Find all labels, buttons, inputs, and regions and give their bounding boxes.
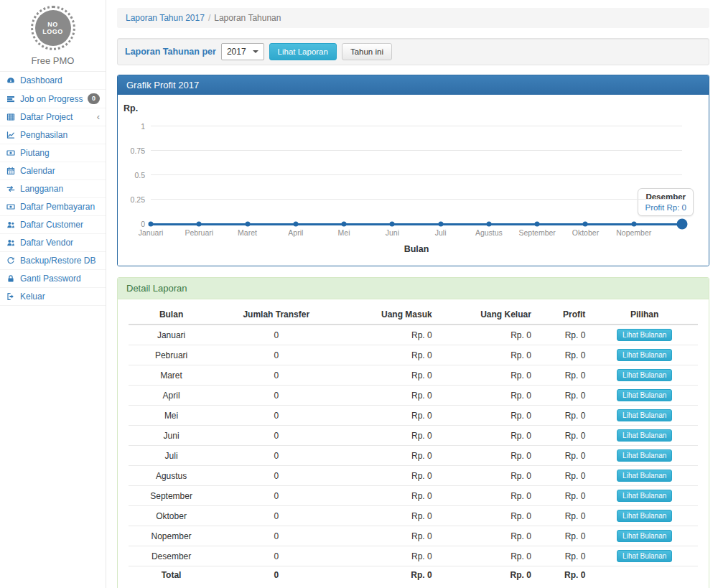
action-cell: Lihat Bulanan bbox=[591, 345, 698, 365]
sidebar-item-keluar[interactable]: Keluar bbox=[0, 288, 106, 306]
table-row-januari: Januari0Rp. 0Rp. 0Rp. 0Lihat Bulanan bbox=[129, 325, 698, 345]
profit-chart: Rp. Desember Profit Rp: 0 00.250.50.751 … bbox=[118, 95, 709, 266]
action-cell: Lihat Bulanan bbox=[591, 506, 698, 526]
sidebar-item-label: Ganti Password bbox=[20, 274, 100, 284]
lihat-bulanan-button-maret[interactable]: Lihat Bulanan bbox=[617, 369, 672, 381]
data-point-pebruari[interactable] bbox=[197, 222, 202, 227]
lihat-bulanan-button-pebruari[interactable]: Lihat Bulanan bbox=[617, 349, 672, 361]
action-cell: Lihat Bulanan bbox=[591, 526, 698, 546]
gridline bbox=[151, 199, 682, 200]
data-point-oktober[interactable] bbox=[583, 222, 588, 227]
uang-keluar-cell: Rp. 0 bbox=[438, 345, 537, 365]
table-row-desember: Desember0Rp. 0Rp. 0Rp. 0Lihat Bulanan bbox=[129, 546, 698, 566]
total-bulan-cell: Total bbox=[129, 566, 214, 584]
data-point-juni[interactable] bbox=[390, 222, 395, 227]
uang-masuk-cell: Rp. 0 bbox=[338, 466, 437, 486]
sidebar-item-daftar-pembayaran[interactable]: Daftar Pembayaran bbox=[0, 198, 106, 216]
data-point-nopember[interactable] bbox=[631, 222, 636, 227]
data-point-april[interactable] bbox=[293, 222, 298, 227]
sidebar-item-label: Daftar Pembayaran bbox=[20, 202, 100, 212]
table-row-nopember: Nopember0Rp. 0Rp. 0Rp. 0Lihat Bulanan bbox=[129, 526, 698, 546]
bulan-cell: Januari bbox=[129, 325, 214, 345]
profit-cell: Rp. 0 bbox=[537, 446, 591, 466]
table-row-agustus: Agustus0Rp. 0Rp. 0Rp. 0Lihat Bulanan bbox=[129, 466, 698, 486]
x-tick-label: Pebruari bbox=[185, 228, 213, 237]
lihat-bulanan-button-desember[interactable]: Lihat Bulanan bbox=[617, 550, 672, 562]
sidebar: NO LOGO Free PMO DashboardJob on Progres… bbox=[0, 0, 106, 588]
sidebar-item-ganti-password[interactable]: Ganti Password bbox=[0, 270, 106, 288]
table-row-maret: Maret0Rp. 0Rp. 0Rp. 0Lihat Bulanan bbox=[129, 365, 698, 386]
bulan-cell: Maret bbox=[129, 365, 214, 386]
lihat-bulanan-button-januari[interactable]: Lihat Bulanan bbox=[617, 329, 672, 341]
total-uang-keluar-cell: Rp. 0 bbox=[438, 566, 537, 584]
data-point-september[interactable] bbox=[535, 222, 540, 227]
breadcrumb-link[interactable]: Laporan Tahun 2017 bbox=[126, 13, 205, 23]
data-point-maret[interactable] bbox=[245, 222, 250, 227]
action-cell: Lihat Bulanan bbox=[591, 365, 698, 386]
jumlah-transfer-cell: 0 bbox=[214, 325, 338, 345]
jumlah-transfer-cell: 0 bbox=[214, 406, 338, 426]
year-select[interactable]: 2017 bbox=[221, 43, 264, 60]
data-point-mei[interactable] bbox=[342, 222, 347, 227]
profit-cell: Rp. 0 bbox=[537, 526, 591, 546]
dashboard-icon bbox=[6, 76, 16, 85]
sidebar-item-langganan[interactable]: Langganan bbox=[0, 180, 106, 198]
table-icon bbox=[6, 113, 16, 121]
uang-keluar-cell: Rp. 0 bbox=[438, 546, 537, 566]
lihat-bulanan-button-juli[interactable]: Lihat Bulanan bbox=[617, 449, 672, 462]
column-header-pilihan: Pilihan bbox=[591, 305, 698, 325]
lihat-bulanan-button-april[interactable]: Lihat Bulanan bbox=[617, 389, 672, 401]
profit-line-series bbox=[151, 223, 682, 225]
column-header-profit: Profit bbox=[537, 305, 591, 325]
sidebar-item-daftar-vendor[interactable]: Daftar Vendor bbox=[0, 234, 106, 252]
jumlah-transfer-cell: 0 bbox=[214, 546, 338, 566]
sidebar-item-backup-restore-db[interactable]: Backup/Restore DB bbox=[0, 252, 106, 270]
uang-masuk-cell: Rp. 0 bbox=[338, 406, 437, 426]
gridline bbox=[151, 174, 682, 175]
lihat-bulanan-button-oktober[interactable]: Lihat Bulanan bbox=[617, 510, 672, 522]
sidebar-item-penghasilan[interactable]: Penghasilan bbox=[0, 126, 106, 144]
sidebar-item-daftar-customer[interactable]: Daftar Customer bbox=[0, 216, 106, 234]
x-tick-label: Mei bbox=[338, 228, 350, 237]
action-cell: Lihat Bulanan bbox=[591, 406, 698, 426]
profit-cell: Rp. 0 bbox=[537, 466, 591, 486]
sidebar-item-calendar[interactable]: Calendar bbox=[0, 162, 106, 180]
data-point-juli[interactable] bbox=[438, 222, 443, 227]
detail-panel-title: Detail Laporan bbox=[118, 278, 709, 299]
table-row-pebruari: Pebruari0Rp. 0Rp. 0Rp. 0Lihat Bulanan bbox=[129, 345, 698, 365]
total-jumlah-transfer-cell: 0 bbox=[214, 566, 338, 584]
profit-cell: Rp. 0 bbox=[537, 426, 591, 446]
lihat-bulanan-button-mei[interactable]: Lihat Bulanan bbox=[617, 409, 672, 421]
data-point-agustus[interactable] bbox=[486, 222, 491, 227]
table-row-juni: Juni0Rp. 0Rp. 0Rp. 0Lihat Bulanan bbox=[129, 426, 698, 446]
table-header-row: BulanJumlah TransferUang MasukUang Kelua… bbox=[129, 305, 698, 325]
lihat-bulanan-button-juni[interactable]: Lihat Bulanan bbox=[617, 429, 672, 442]
breadcrumb: Laporan Tahun 2017/Laporan Tahunan bbox=[117, 8, 709, 28]
report-filter-panel: Laporan Tahunan per 2017 Lihat Laporan T… bbox=[117, 38, 709, 65]
bulan-cell: Juli bbox=[129, 446, 214, 466]
y-tick-label: 0 bbox=[141, 220, 145, 228]
uang-keluar-cell: Rp. 0 bbox=[438, 406, 537, 426]
lihat-laporan-button[interactable]: Lihat Laporan bbox=[269, 43, 337, 60]
bulan-cell: Mei bbox=[129, 406, 214, 426]
x-axis-title: Bulan bbox=[151, 244, 682, 254]
lihat-bulanan-button-nopember[interactable]: Lihat Bulanan bbox=[617, 530, 672, 542]
refresh-icon bbox=[6, 256, 16, 265]
year-select-value: 2017 bbox=[227, 47, 246, 57]
sidebar-item-label: Keluar bbox=[20, 291, 100, 302]
sidebar-item-dashboard[interactable]: Dashboard bbox=[0, 72, 106, 90]
money-icon bbox=[6, 202, 16, 211]
column-header-uang-masuk: Uang Masuk bbox=[338, 305, 437, 325]
lihat-bulanan-button-september[interactable]: Lihat Bulanan bbox=[617, 490, 672, 502]
chevron-down-icon bbox=[253, 50, 258, 53]
sidebar-item-job-on-progress[interactable]: Job on Progress0 bbox=[0, 90, 106, 108]
tahun-ini-button[interactable]: Tahun ini bbox=[342, 43, 392, 60]
sidebar-item-piutang[interactable]: Piutang bbox=[0, 144, 106, 162]
bulan-cell: Oktober bbox=[129, 506, 214, 526]
profit-cell: Rp. 0 bbox=[537, 406, 591, 426]
sidebar-item-daftar-project[interactable]: Daftar Project‹ bbox=[0, 108, 106, 126]
lihat-bulanan-button-agustus[interactable]: Lihat Bulanan bbox=[617, 470, 672, 482]
data-point-januari[interactable] bbox=[149, 222, 154, 227]
jumlah-transfer-cell: 0 bbox=[214, 446, 338, 466]
action-cell: Lihat Bulanan bbox=[591, 325, 698, 345]
